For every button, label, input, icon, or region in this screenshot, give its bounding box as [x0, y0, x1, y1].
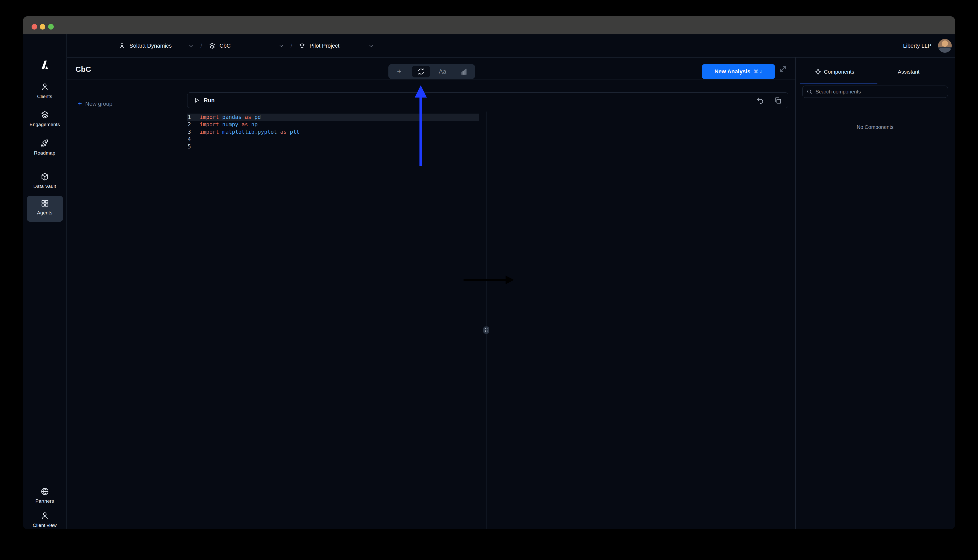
annotation-blue-arrow-head [415, 85, 427, 98]
sidebar-item-label: Data Vault [33, 183, 56, 189]
code-line[interactable]: 1 import pandas as pd [187, 113, 479, 121]
canvas-toolbar: + Aa [388, 64, 475, 79]
expand-icon[interactable] [778, 64, 788, 74]
annotation-black-arrow-shaft [463, 279, 506, 281]
breadcrumb-label: Solara Dynamics [129, 43, 188, 49]
breadcrumb-engagement-selector[interactable]: CbC [209, 43, 284, 49]
play-icon[interactable] [193, 97, 200, 104]
sidebar-item-label: Clients [37, 94, 52, 99]
sidebar-item-label: Partners [35, 498, 54, 504]
app-window: Clients Engagements Roadmap Data Vault [23, 16, 955, 529]
chevron-down-icon [188, 43, 194, 48]
search-placeholder: Search components [815, 89, 861, 95]
layers-icon [40, 110, 49, 119]
sidebar-item-data-vault[interactable]: Data Vault [23, 172, 67, 189]
tab-label: Assistant [898, 69, 920, 75]
globe-icon [40, 487, 49, 496]
user-menu[interactable]: Liberty LLP [903, 34, 952, 57]
breadcrumb-project-selector[interactable]: Pilot Project [299, 43, 374, 49]
bar-chart-icon [460, 68, 468, 75]
sidebar-item-label: Client view [33, 523, 57, 528]
sidebar-item-label: Engagements [30, 122, 60, 127]
line-number: 4 [188, 136, 192, 143]
undo-icon[interactable] [756, 96, 764, 104]
line-number: 3 [188, 128, 192, 136]
new-analysis-button[interactable]: New Analysis ⌘ J [702, 64, 775, 79]
app-logo[interactable] [39, 59, 50, 70]
sidebar-item-partners[interactable]: Partners [23, 487, 67, 504]
breadcrumb-bar: Solara Dynamics / CbC / Pilot Project Li… [67, 34, 955, 58]
code-line[interactable]: 4 [187, 136, 479, 143]
plus-icon: + [78, 100, 82, 107]
person-icon [40, 83, 49, 91]
tab-assistant[interactable]: Assistant [898, 69, 920, 75]
cube-icon [40, 172, 49, 181]
annotation-black-arrow-head [506, 275, 514, 284]
code-text: import matplotlib.pyplot as plt [200, 128, 300, 136]
code-line[interactable]: 5 [187, 143, 479, 150]
sidebar-item-clients[interactable]: Clients [23, 83, 67, 99]
breadcrumb-label: Pilot Project [310, 43, 368, 49]
line-number: 2 [188, 121, 192, 128]
refresh-tool-button[interactable] [410, 64, 432, 79]
sidebar-item-client-view[interactable]: Client view [23, 512, 67, 528]
breadcrumb-separator: / [200, 42, 202, 49]
refresh-icon [417, 68, 425, 75]
tab-label: Components [824, 69, 854, 75]
components-search-input[interactable]: Search components [802, 85, 948, 98]
chevron-down-icon [278, 43, 284, 48]
annotation-blue-arrow-shaft [420, 97, 422, 166]
plus-icon: + [397, 67, 402, 76]
new-group-label: New group [85, 101, 112, 107]
maximize-window-button[interactable] [48, 24, 54, 30]
run-bar: Run [187, 92, 788, 108]
header-divider [67, 79, 795, 80]
copy-icon[interactable] [774, 96, 782, 104]
empty-components-message: No Components [802, 124, 948, 130]
line-number: 5 [188, 143, 192, 150]
chart-tool-button[interactable] [453, 64, 475, 79]
code-editor[interactable]: 1 import pandas as pd 2 import numpy as … [187, 113, 479, 150]
person-icon [119, 43, 125, 49]
new-group-button[interactable]: + New group [78, 100, 112, 107]
pane-divider[interactable] [486, 112, 487, 529]
new-analysis-label: New Analysis [715, 68, 750, 75]
code-text: import pandas as pd [200, 113, 261, 121]
page-title: CbC [75, 65, 91, 73]
person-icon [40, 512, 49, 520]
sidebar-item-roadmap[interactable]: Roadmap [23, 139, 67, 156]
user-name: Liberty LLP [903, 43, 931, 49]
text-style-label: Aa [439, 68, 446, 75]
sidebar: Clients Engagements Roadmap Data Vault [23, 34, 67, 529]
chevron-down-icon [368, 43, 374, 48]
new-analysis-shortcut: ⌘ J [753, 68, 763, 75]
line-number: 1 [188, 113, 192, 121]
components-icon [815, 69, 821, 75]
grid-icon [40, 199, 49, 208]
code-line[interactable]: 2 import numpy as np [187, 121, 479, 128]
layers-icon [299, 43, 305, 49]
breadcrumb-separator: / [291, 42, 292, 49]
sidebar-item-label: Agents [37, 210, 52, 216]
search-icon [806, 89, 812, 95]
breadcrumb-client-selector[interactable]: Solara Dynamics [119, 43, 194, 49]
add-block-button[interactable]: + [388, 64, 410, 79]
active-tab-underline [800, 83, 877, 84]
pane-divider-grip[interactable] [483, 327, 489, 333]
code-line[interactable]: 3 import matplotlib.pyplot as plt [187, 128, 479, 136]
right-panel-divider [795, 57, 796, 529]
tab-components[interactable]: Components [815, 69, 854, 75]
run-button-label[interactable]: Run [204, 97, 215, 103]
avatar[interactable] [938, 39, 952, 53]
sidebar-item-engagements[interactable]: Engagements [23, 110, 67, 127]
minimize-window-button[interactable] [40, 24, 45, 30]
active-tool-pill [412, 66, 430, 77]
sidebar-item-label: Roadmap [34, 150, 55, 156]
sidebar-item-agents[interactable]: Agents [23, 199, 67, 216]
breadcrumb-label: CbC [220, 43, 278, 49]
logo-icon [39, 59, 50, 70]
titlebar [23, 16, 955, 34]
text-style-button[interactable]: Aa [432, 64, 453, 79]
layers-icon [209, 43, 215, 49]
close-window-button[interactable] [32, 24, 37, 30]
